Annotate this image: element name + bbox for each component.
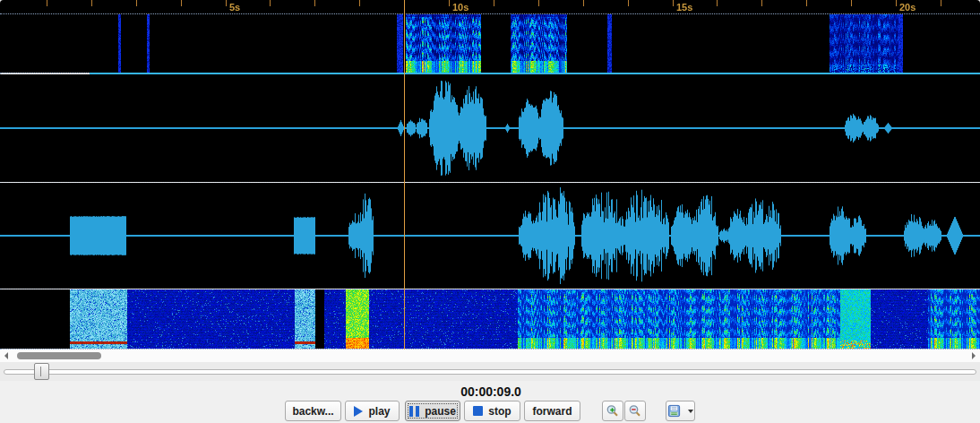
audio-analysis-window: 00:00:09.0 backw... play pause stop forw… — [0, 0, 980, 423]
time-display: 00:00:09.0 — [401, 384, 580, 399]
channel1-waveform-canvas[interactable] — [0, 74, 980, 182]
time-ruler[interactable] — [0, 0, 980, 14]
channel2-waveform-canvas[interactable] — [0, 183, 980, 289]
zoom-in-button[interactable] — [602, 401, 623, 421]
zoom-slider-thumb[interactable] — [34, 363, 49, 380]
pause-button[interactable]: pause — [405, 401, 460, 421]
channel1-spectrogram-canvas[interactable] — [0, 14, 980, 73]
zoom-slider-track[interactable] — [4, 369, 976, 375]
channel2-spectrogram-canvas[interactable] — [0, 289, 980, 349]
backward-button[interactable]: backw... — [285, 401, 341, 421]
backward-button-label: backw... — [292, 405, 333, 418]
playhead-cursor[interactable] — [404, 0, 405, 350]
stop-button[interactable]: stop — [464, 401, 520, 421]
ruler-separator-line — [0, 13, 980, 14]
stop-icon — [473, 406, 483, 416]
scroll-left-arrow-icon[interactable] — [4, 352, 8, 359]
spectrogram-edge-dots — [0, 73, 90, 73]
forward-button-label: forward — [532, 405, 572, 418]
save-floppy-icon — [667, 404, 681, 418]
dropdown-arrow-icon — [688, 410, 693, 413]
spectrogram-baseline — [90, 73, 980, 74]
play-icon — [354, 406, 363, 417]
magnifier-minus-icon — [628, 404, 642, 419]
stop-button-label: stop — [488, 405, 511, 418]
save-dropdown-button[interactable] — [666, 401, 695, 421]
pause-icon — [409, 406, 419, 417]
scroll-right-arrow-icon[interactable] — [972, 352, 976, 359]
zoom-slider-row — [0, 362, 980, 381]
forward-button[interactable]: forward — [524, 401, 580, 421]
track-separator-line — [0, 182, 980, 183]
zoom-out-button[interactable] — [624, 401, 646, 421]
pause-button-label: pause — [425, 405, 456, 418]
play-button[interactable]: play — [345, 401, 400, 421]
horizontal-scrollbar[interactable] — [0, 350, 980, 362]
magnifier-plus-icon — [606, 404, 620, 419]
spectrogram2-top-border — [0, 289, 980, 289]
scrollbar-thumb[interactable] — [17, 352, 101, 359]
play-button-label: play — [368, 405, 390, 418]
playback-control-bar: 00:00:09.0 backw... play pause stop forw… — [0, 381, 980, 423]
